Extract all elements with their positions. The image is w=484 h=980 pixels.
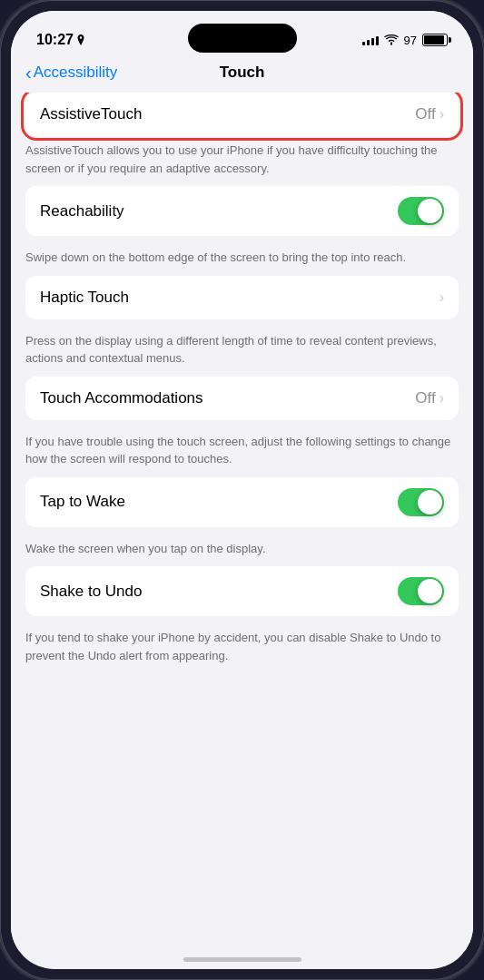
signal-bar-3 [371,38,374,45]
location-icon [76,34,85,45]
back-button[interactable]: ‹ Accessibility [25,64,117,82]
touch-accommodations-label: Touch Accommodations [40,389,203,407]
signal-bar-4 [376,36,379,45]
shake-to-undo-label: Shake to Undo [40,583,142,601]
reachability-toggle[interactable] [398,197,444,225]
reachability-group: Reachability [25,186,459,236]
touch-accommodations-right: Off › [415,389,444,407]
shake-to-undo-group: Shake to Undo [25,566,459,616]
tap-to-wake-toggle[interactable] [398,488,444,516]
haptic-touch-row[interactable]: Haptic Touch › [25,276,459,319]
back-chevron-icon: ‹ [25,64,32,82]
nav-bar: ‹ Accessibility Touch [11,56,473,93]
tap-to-wake-description: Wake the screen when you tap on the disp… [11,534,473,567]
assistive-touch-section: AssistiveTouch Off › [25,93,459,136]
tap-to-wake-row[interactable]: Tap to Wake [25,477,459,527]
signal-bar-2 [367,40,370,45]
signal-bars [362,34,379,45]
touch-accommodations-chevron-icon: › [440,390,444,407]
tap-to-wake-knob [418,490,442,514]
shake-to-undo-toggle[interactable] [398,577,444,605]
haptic-touch-right: › [440,289,444,306]
touch-accommodations-group: Touch Accommodations Off › [25,377,459,420]
haptic-touch-label: Haptic Touch [40,289,129,307]
home-indicator [183,957,301,962]
wifi-icon [384,34,399,45]
touch-accommodations-value: Off [415,389,435,407]
toggle-knob [418,199,442,223]
haptic-touch-description: Press on the display using a different l… [11,327,473,377]
back-label: Accessibility [34,64,118,82]
haptic-touch-chevron-icon: › [440,289,444,306]
shake-to-undo-row[interactable]: Shake to Undo [25,566,459,616]
haptic-touch-group: Haptic Touch › [25,276,459,319]
reachability-description: Swipe down on the bottom edge of the scr… [11,243,473,276]
battery-percent: 97 [404,34,417,47]
status-icons: 97 [362,34,448,47]
status-time: 10:27 [36,32,85,48]
content-scroll[interactable]: AssistiveTouch Off › AssistiveTouch allo… [11,93,473,951]
assistive-touch-row[interactable]: AssistiveTouch Off › [25,93,459,136]
assistive-touch-label: AssistiveTouch [40,105,142,123]
shake-to-undo-knob [418,579,442,603]
touch-accommodations-description: If you have trouble using the touch scre… [11,427,473,477]
battery-fill [424,35,444,44]
tap-to-wake-group: Tap to Wake [25,477,459,527]
reachability-row[interactable]: Reachability [25,186,459,236]
reachability-label: Reachability [40,202,124,220]
dynamic-island [188,24,297,53]
battery-icon [422,34,448,46]
assistive-touch-description: AssistiveTouch allows you to use your iP… [11,136,473,186]
assistive-touch-value: Off [415,105,435,123]
assistive-touch-right: Off › [415,105,444,123]
shake-to-undo-description: If you tend to shake your iPhone by acci… [11,623,473,673]
phone-shell: 10:27 97 [0,0,484,980]
assistive-touch-chevron-icon: › [440,106,444,122]
tap-to-wake-label: Tap to Wake [40,493,125,511]
time-display: 10:27 [36,32,74,48]
signal-bar-1 [362,42,365,45]
phone-screen: 10:27 97 [11,11,473,969]
page-title: Touch [220,64,265,82]
touch-accommodations-row[interactable]: Touch Accommodations Off › [25,377,459,420]
